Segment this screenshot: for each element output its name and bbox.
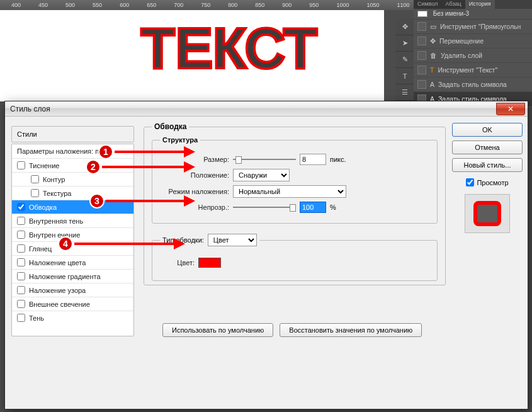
- style-label: Обводка: [29, 203, 57, 211]
- document-title: Без имени-3: [414, 9, 532, 20]
- ruler-tick: 750: [201, 2, 210, 8]
- reset-default-button[interactable]: Восстановить значения по умолчанию: [280, 323, 422, 337]
- ruler-tick: 400: [11, 2, 21, 8]
- structure-legend: Структура: [160, 136, 200, 144]
- size-unit: пикс.: [330, 156, 346, 163]
- ruler-tick: 850: [255, 2, 264, 8]
- tool-arrow-icon[interactable]: ➤: [395, 35, 414, 52]
- stroke-type-dropdown[interactable]: Цвет: [208, 234, 257, 246]
- style-gradient-overlay-checkbox[interactable]: [17, 272, 25, 280]
- history-label: Удалить слой: [441, 52, 482, 59]
- annotation-badge-3: 3: [89, 193, 105, 209]
- ok-button[interactable]: OK: [452, 123, 523, 137]
- opacity-unit: %: [330, 203, 336, 211]
- char-style-icon: A: [430, 81, 434, 88]
- style-texture-checkbox[interactable]: [31, 189, 39, 197]
- history-row[interactable]: AЗадать стиль символа: [414, 77, 532, 92]
- canvas[interactable]: ТЕКСТ: [0, 10, 384, 101]
- style-emboss-checkbox[interactable]: [17, 161, 25, 169]
- style-label: Наложение цвета: [29, 259, 86, 266]
- dialog-body: Стили Параметры наложения: п Тиснение Ко…: [5, 117, 528, 409]
- history-slot-icon: [417, 22, 426, 31]
- style-shadow-checkbox[interactable]: [17, 314, 25, 322]
- ruler-tick: 550: [93, 2, 102, 8]
- style-satin-checkbox[interactable]: [17, 244, 25, 253]
- style-inner-shadow-checkbox[interactable]: [17, 217, 25, 225]
- history-slot-icon: [417, 37, 426, 45]
- color-row: Цвет:: [160, 258, 429, 268]
- style-color-overlay[interactable]: Наложение цвета: [12, 255, 133, 269]
- history-row[interactable]: TИнструмент "Текст": [414, 63, 532, 77]
- canvas-text-layer[interactable]: ТЕКСТ: [142, 17, 319, 79]
- annotation-arrow-1: [115, 151, 184, 153]
- style-inner-glow-checkbox[interactable]: [17, 231, 25, 239]
- styles-list: Параметры наложения: п Тиснение Контур Т…: [11, 144, 134, 336]
- defaults-row: Использовать по умолчанию Восстановить з…: [162, 323, 446, 337]
- annotation-arrowhead-3: [184, 195, 195, 207]
- style-pattern-overlay[interactable]: Наложение узора: [12, 283, 133, 297]
- history-label: Перемещение: [439, 37, 484, 45]
- position-row: Положение: Снаружи: [160, 169, 429, 181]
- style-outer-glow[interactable]: Внешнее свечение: [12, 297, 133, 311]
- new-style-button[interactable]: Новый стиль...: [452, 158, 523, 172]
- style-gradient-overlay[interactable]: Наложение градиента: [12, 269, 133, 283]
- opacity-row: Непрозр.: %: [160, 202, 429, 213]
- style-contour[interactable]: Контур: [12, 172, 133, 186]
- history-row[interactable]: 🗑Удалить слой: [414, 49, 532, 63]
- preview-label: Просмотр: [477, 179, 508, 186]
- style-label: Внешнее свечение: [29, 300, 90, 308]
- style-pattern-overlay-checkbox[interactable]: [17, 286, 25, 294]
- style-shadow[interactable]: Тень: [12, 311, 133, 324]
- annotation-badge-1: 1: [98, 144, 113, 159]
- style-emboss[interactable]: Тиснение: [12, 158, 133, 172]
- annotation-arrowhead-2: [184, 161, 195, 173]
- cancel-button[interactable]: Отмена: [452, 140, 523, 154]
- dialog-title: Стиль слоя: [10, 105, 50, 113]
- opacity-input[interactable]: [300, 202, 326, 213]
- panel-tabs: Символ Абзац История: [414, 0, 532, 9]
- ruler-tick: 1100: [397, 2, 409, 8]
- stroke-type-fieldset: Тип обводки: Цвет Цвет:: [152, 232, 438, 281]
- blend-mode-dropdown[interactable]: Нормальный: [233, 185, 346, 198]
- use-default-button[interactable]: Использовать по умолчанию: [162, 323, 273, 337]
- color-swatch[interactable]: [198, 258, 221, 268]
- annotation-arrow-3: [106, 200, 184, 202]
- style-contour-checkbox[interactable]: [31, 175, 39, 183]
- trash-icon: 🗑: [430, 52, 437, 59]
- style-texture[interactable]: Текстура: [12, 186, 133, 200]
- preview-checkbox[interactable]: [466, 178, 474, 186]
- position-dropdown[interactable]: Снаружи: [233, 169, 290, 181]
- style-outer-glow-checkbox[interactable]: [17, 300, 25, 308]
- history-row[interactable]: ▭Инструмент "Прямоугольн: [414, 20, 532, 34]
- blend-mode-label: Режим наложения:: [160, 188, 229, 195]
- history-slot-icon: [417, 51, 426, 60]
- tab-history[interactable]: История: [465, 0, 495, 9]
- ruler-tick: 1000: [336, 2, 349, 8]
- style-color-overlay-checkbox[interactable]: [17, 258, 25, 266]
- size-input[interactable]: [300, 154, 326, 165]
- ruler-tick: 950: [309, 2, 319, 8]
- tool-move-icon[interactable]: ✥: [395, 19, 414, 35]
- preview-thumbnail-inner: [473, 201, 501, 226]
- tab-symbol[interactable]: Символ: [414, 0, 441, 9]
- style-label: Внутрен ечение: [29, 231, 80, 239]
- style-stroke-checkbox[interactable]: [17, 203, 25, 211]
- history-row[interactable]: ✥Перемещение: [414, 34, 532, 49]
- tool-misc-icon[interactable]: ☰: [395, 84, 414, 101]
- style-inner-shadow[interactable]: Внутренняя тень: [12, 214, 133, 227]
- document-icon: [417, 11, 427, 17]
- annotation-arrow-2: [102, 166, 184, 168]
- tool-brush-icon[interactable]: ✎: [395, 52, 414, 68]
- annotation-arrowhead-1: [184, 146, 195, 157]
- titlebar[interactable]: Стиль слоя ✕: [5, 101, 528, 117]
- annotation-badge-2: 2: [86, 159, 101, 175]
- ruler-tick: 700: [174, 2, 183, 8]
- annotation-badge-4: 4: [58, 236, 73, 251]
- size-slider[interactable]: [233, 157, 296, 162]
- tool-text-icon[interactable]: T: [395, 68, 414, 84]
- style-inner-glow[interactable]: Внутрен ечение: [12, 227, 133, 241]
- history-slot-icon: [417, 80, 426, 89]
- close-button[interactable]: ✕: [496, 103, 525, 115]
- opacity-slider[interactable]: [233, 205, 296, 210]
- tab-paragraph[interactable]: Абзац: [441, 0, 465, 9]
